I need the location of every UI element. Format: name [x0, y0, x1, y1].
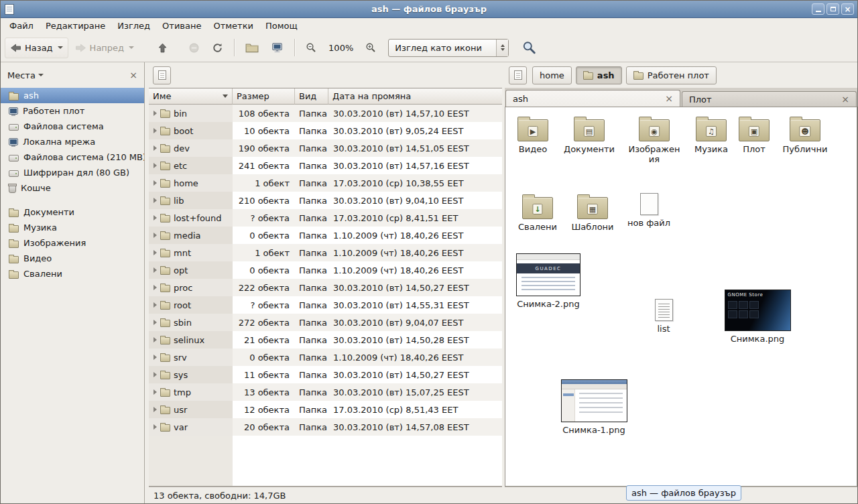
expander-icon[interactable]	[154, 285, 157, 290]
expander-icon[interactable]	[154, 111, 157, 116]
forward-button[interactable]: Напред	[70, 38, 139, 58]
pathbar-root-button[interactable]	[509, 66, 527, 84]
location-toggle-button[interactable]	[153, 66, 171, 84]
icon-item-desktop[interactable]: ▣Плот	[731, 115, 778, 155]
table-row-boot[interactable]: boot10 обектаПапка30.03.2010 (вт) 9,05,2…	[149, 122, 502, 139]
table-row-sbin[interactable]: sbin272 обектаПапка30.03.2010 (вт) 9,04,…	[149, 314, 502, 331]
sidebar-item-ash[interactable]: ash	[1, 88, 144, 103]
table-row-var[interactable]: var20 обектаПапка30.03.2010 (вт) 14,57,0…	[149, 418, 502, 436]
reload-button[interactable]	[206, 38, 229, 58]
sidebar-item-documents[interactable]: Документи	[1, 204, 144, 220]
up-button[interactable]	[151, 38, 174, 58]
icon-item-snimka-2-png[interactable]: GUADECСнимка-2.png	[512, 253, 585, 310]
minimize-button[interactable]	[812, 3, 824, 15]
table-row-selinux[interactable]: selinux21 обектаПапка30.03.2010 (вт) 14,…	[149, 331, 502, 349]
menu-file[interactable]: Файл	[3, 19, 40, 32]
column-header-type[interactable]: Вид	[295, 88, 328, 105]
icon-item-snimka-png[interactable]: GNOME StoreСнимка.png	[720, 290, 795, 344]
expander-icon[interactable]	[154, 215, 157, 220]
computer-button[interactable]	[265, 38, 289, 58]
stop-button[interactable]	[183, 38, 205, 58]
expander-icon[interactable]	[154, 233, 157, 238]
table-row-lib[interactable]: lib210 обектаПапка30.03.2010 (вт) 9,04,1…	[149, 192, 502, 209]
menu-bookmarks[interactable]: Отметки	[207, 19, 259, 32]
sidebar-item-desktop[interactable]: Работен плот	[1, 103, 144, 119]
tab-close-icon[interactable]: ×	[841, 94, 849, 104]
icon-item-downloads[interactable]: ↓Свалени	[509, 193, 566, 233]
sidebar-dropdown-icon[interactable]	[38, 74, 44, 76]
table-row-media[interactable]: media0 обектаПапка1.10.2009 (чт) 18,40,2…	[149, 227, 502, 244]
zoom-in-button[interactable]	[360, 38, 381, 58]
table-row-dev[interactable]: dev190 обектаПапка30.03.2010 (вт) 14,51,…	[149, 139, 502, 157]
tab-close-icon[interactable]: ×	[665, 94, 673, 103]
search-button[interactable]	[517, 38, 542, 58]
maximize-button[interactable]	[826, 3, 839, 15]
expander-icon[interactable]	[154, 302, 157, 308]
close-button[interactable]: ×	[841, 3, 854, 15]
titlebar[interactable]: ash — файлов браузър ×	[1, 1, 857, 18]
menu-help[interactable]: Помощ	[259, 19, 304, 32]
table-row-usr[interactable]: usr12 обектаПапка17.03.2010 (ср) 8,51,43…	[149, 401, 502, 418]
table-row-bin[interactable]: bin108 обектаПапка30.03.2010 (вт) 14,57,…	[149, 105, 502, 122]
sidebar-item-pictures[interactable]: Изображения	[1, 235, 144, 251]
expander-icon[interactable]	[154, 180, 157, 186]
expander-icon[interactable]	[154, 407, 157, 412]
table-row-tmp[interactable]: tmp13 обектаПапка30.03.2010 (вт) 15,07,2…	[149, 383, 502, 401]
sidebar-item-network[interactable]: Локална мрежа	[1, 134, 144, 149]
table-row-mnt[interactable]: mnt1 обектПапка1.10.2009 (чт) 18,40,26 E…	[149, 244, 502, 261]
table-row-opt[interactable]: opt0 обектаПапка1.10.2009 (чт) 18,40,26 …	[149, 261, 502, 279]
expander-icon[interactable]	[154, 389, 157, 395]
pathbar-button-desktop[interactable]: Работен плот	[626, 66, 717, 84]
menu-edit[interactable]: Редактиране	[40, 19, 111, 32]
spinner-arrows-icon[interactable]	[496, 40, 508, 56]
expander-icon[interactable]	[154, 145, 157, 151]
menu-view[interactable]: Изглед	[111, 19, 156, 32]
sidebar-item-downloads[interactable]: Свалени	[1, 266, 144, 281]
sidebar-title[interactable]: Места	[7, 70, 36, 80]
sidebar-item-video[interactable]: Видео	[1, 251, 144, 266]
back-button[interactable]: Назад	[5, 38, 68, 58]
table-row-srv[interactable]: srv0 обектаПапка1.10.2009 (чт) 18,40,26 …	[149, 349, 502, 366]
sidebar-item-music[interactable]: Музика	[1, 220, 144, 235]
pathbar-button-home[interactable]: home	[532, 66, 572, 84]
column-header-size[interactable]: Размер	[233, 88, 295, 105]
expander-icon[interactable]	[154, 337, 157, 342]
table-row-proc[interactable]: proc222 обектаПапка30.03.2010 (вт) 14,50…	[149, 279, 502, 296]
icon-item-new-file[interactable]: нов файл	[621, 193, 677, 229]
sidebar-item-filesystem[interactable]: Файлова система	[1, 119, 144, 134]
expander-icon[interactable]	[154, 267, 157, 273]
icon-item-templates[interactable]: ▦Шаблони	[564, 193, 621, 233]
expander-icon[interactable]	[154, 128, 157, 133]
table-row-home[interactable]: home1 обектПапка17.03.2010 (ср) 10,38,55…	[149, 174, 502, 192]
table-row-etc[interactable]: etc241 обектаПапка30.03.2010 (вт) 14,57,…	[149, 157, 502, 174]
icon-item-documents[interactable]: ▤Документи	[562, 115, 617, 155]
icon-item-pictures[interactable]: ◉Изображения	[627, 115, 681, 165]
icon-item-snimka-1-png[interactable]: Снимка-1.png	[556, 379, 631, 436]
expander-icon[interactable]	[154, 355, 157, 360]
sidebar-item-encrypted-80[interactable]: Шифриран дял (80 GB)	[1, 165, 144, 180]
back-dropdown-icon[interactable]	[58, 46, 63, 49]
expander-icon[interactable]	[154, 198, 157, 203]
expander-icon[interactable]	[154, 372, 157, 377]
icon-item-video[interactable]: ▶Видео	[505, 115, 560, 155]
icon-item-list[interactable]: list	[637, 299, 690, 334]
tab-ash[interactable]: ash×	[505, 90, 680, 107]
zoom-out-button[interactable]	[300, 38, 322, 58]
sidebar-item-filesystem-210[interactable]: Файлова система (210 MB)	[1, 149, 144, 165]
expander-icon[interactable]	[154, 320, 157, 325]
icon-view[interactable]: ▶Видео▤Документи◉Изображения♫Музика▣Плот…	[505, 107, 857, 486]
home-button[interactable]	[240, 38, 264, 58]
sidebar-close-icon[interactable]: ×	[129, 70, 137, 80]
expander-icon[interactable]	[154, 424, 157, 430]
table-row-lost+found[interactable]: lost+found? обектаПапка17.03.2010 (ср) 8…	[149, 209, 502, 227]
column-header-modified[interactable]: Дата на промяна	[328, 88, 502, 105]
icon-item-public[interactable]: ☻Публични	[776, 115, 834, 155]
sidebar-item-trash[interactable]: Кошче	[1, 180, 144, 196]
taskbar-window-label[interactable]: ash — файлов браузър	[626, 485, 741, 501]
table-row-sys[interactable]: sys11 обектаПапка30.03.2010 (вт) 14,50,2…	[149, 366, 502, 383]
table-row-root[interactable]: root? обектаПапка30.03.2010 (вт) 14,55,3…	[149, 296, 502, 314]
tab-plot[interactable]: Плот×	[682, 91, 857, 107]
view-mode-select[interactable]: Изглед като икони	[388, 39, 509, 57]
column-header-name[interactable]: Име	[149, 88, 233, 105]
expander-icon[interactable]	[154, 163, 157, 168]
